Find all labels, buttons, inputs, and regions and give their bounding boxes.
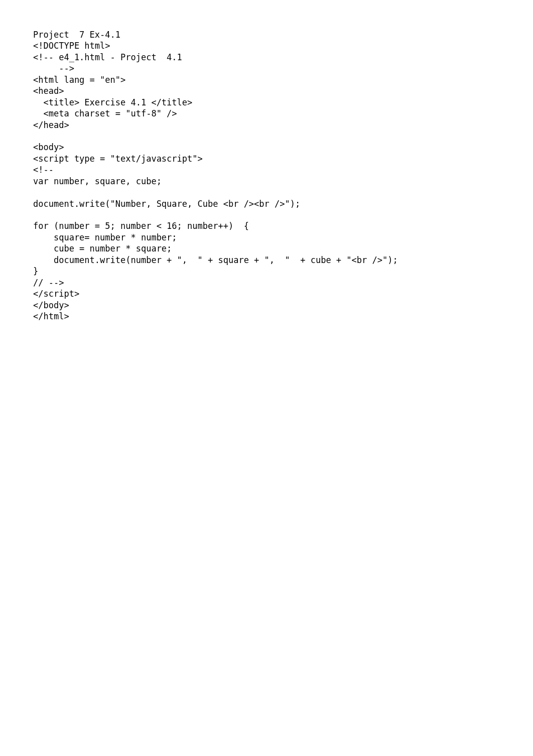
code-document: Project 7 Ex-4.1 <!DOCTYPE html> <!-- e4… bbox=[0, 0, 533, 322]
code-text: Project 7 Ex-4.1 <!DOCTYPE html> <!-- e4… bbox=[33, 30, 398, 321]
